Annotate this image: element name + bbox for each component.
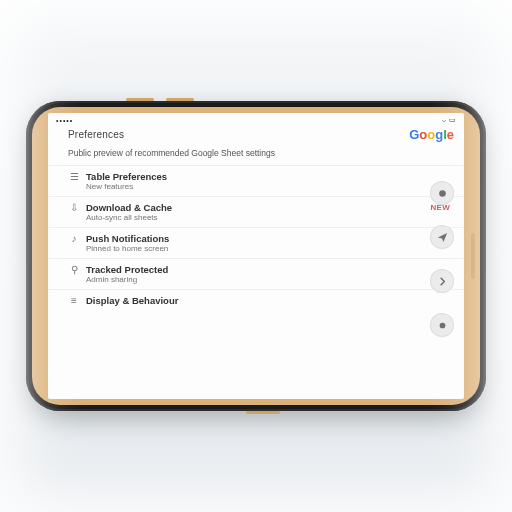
volume-down-button[interactable] — [166, 98, 194, 101]
group-title: Push Notifications — [86, 233, 169, 244]
phone-frame: ••••• ⌵ ▭ Preferences Google Public prev… — [26, 101, 486, 411]
group-title: Display & Behaviour — [86, 295, 178, 306]
settings-group[interactable]: ⚲ Tracked Protected Admin sharing — [48, 258, 464, 289]
dot-icon — [437, 320, 448, 331]
volume-up-button[interactable] — [126, 98, 154, 101]
settings-group[interactable]: ⇩ Download & Cache NEW Auto-sync all she… — [48, 196, 464, 227]
phone-bezel: ••••• ⌵ ▭ Preferences Google Public prev… — [32, 107, 480, 405]
send-button[interactable] — [430, 225, 454, 249]
group-subtitle: Pinned to home screen — [48, 244, 464, 256]
group-title: Tracked Protected — [86, 264, 168, 275]
download-icon: ⇩ — [68, 202, 80, 213]
more-button[interactable] — [430, 313, 454, 337]
record-button[interactable] — [430, 181, 454, 205]
svg-point-0 — [439, 190, 446, 197]
settings-group[interactable]: ≡ Display & Behaviour — [48, 289, 464, 311]
brand-logo: Google — [409, 127, 454, 142]
page-title: Preferences — [68, 129, 124, 140]
lock-icon: ⚲ — [68, 264, 80, 275]
dot-icon — [437, 188, 448, 199]
group-subtitle — [48, 306, 464, 309]
forward-button[interactable] — [430, 269, 454, 293]
header: Preferences Google — [48, 125, 464, 148]
battery-icon: ▭ — [449, 116, 456, 124]
svg-point-1 — [439, 322, 445, 328]
chevron-right-icon — [437, 276, 448, 287]
bell-icon: ♪ — [68, 233, 80, 244]
status-bar: ••••• ⌵ ▭ — [48, 113, 464, 125]
action-rail — [426, 181, 458, 391]
sliders-icon: ≡ — [68, 295, 80, 306]
settings-group[interactable]: ♪ Push Notifications Pinned to home scre… — [48, 227, 464, 258]
signal-dots-icon: ••••• — [56, 117, 73, 124]
screen: ••••• ⌵ ▭ Preferences Google Public prev… — [48, 113, 464, 399]
group-subtitle: Admin sharing — [48, 275, 464, 287]
speaker-grille — [471, 233, 475, 279]
paperplane-icon — [437, 232, 448, 243]
wifi-icon: ⌵ — [442, 116, 446, 124]
group-subtitle: Auto-sync all sheets — [48, 213, 464, 225]
group-title: Download & Cache — [86, 202, 172, 213]
power-button[interactable] — [246, 411, 280, 414]
equalizer-icon: ☰ — [68, 171, 80, 182]
settings-group[interactable]: ☰ Table Preferences New features — [48, 165, 464, 196]
group-title: Table Preferences — [86, 171, 167, 182]
page-subtitle: Public preview of recommended Google She… — [48, 148, 464, 165]
group-subtitle: New features — [48, 182, 464, 194]
